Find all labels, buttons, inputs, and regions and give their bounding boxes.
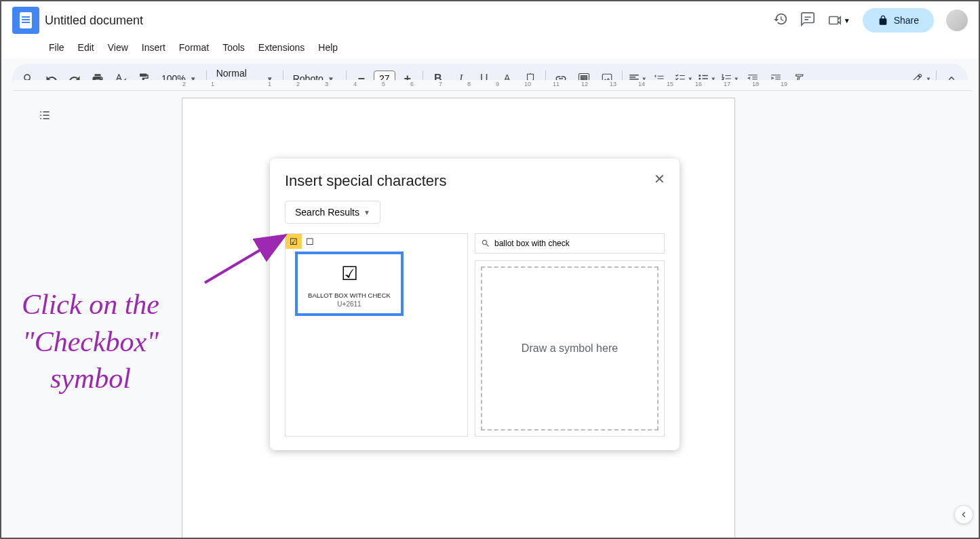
draw-area[interactable]: Draw a symbol here — [481, 266, 659, 431]
menu-extensions[interactable]: Extensions — [253, 39, 310, 56]
menu-view[interactable]: View — [102, 39, 134, 56]
share-button[interactable]: Share — [863, 8, 934, 33]
vertical-ruler — [1, 91, 14, 538]
category-dropdown[interactable]: Search Results▼ — [285, 201, 380, 224]
meet-icon[interactable]: ▼ — [827, 13, 850, 28]
header-title-icons — [150, 14, 174, 26]
dialog-title: Insert special characters — [285, 172, 665, 190]
draw-panel: Draw a symbol here — [475, 260, 665, 437]
search-input[interactable] — [494, 239, 659, 248]
special-characters-dialog: Insert special characters ✕ Search Resul… — [270, 159, 680, 450]
menu-insert[interactable]: Insert — [136, 39, 171, 56]
expand-side-panel-button[interactable] — [954, 505, 973, 524]
menubar: File Edit View Insert Format Tools Exten… — [1, 39, 979, 58]
annotation-text: Click on the "Checkbox" symbol — [22, 286, 159, 397]
char-result-ballot-check[interactable]: ☑ — [286, 234, 302, 249]
tooltip-code: U+2611 — [303, 300, 395, 308]
history-icon[interactable] — [773, 12, 788, 29]
avatar[interactable] — [946, 9, 968, 31]
header-right: ▼ Share — [773, 8, 968, 33]
char-result-ballot-box[interactable]: ☐ — [302, 234, 318, 249]
document-title[interactable]: Untitled document — [45, 14, 143, 28]
horizontal-ruler: 2112345678910111213141516171819 — [14, 80, 972, 91]
comments-icon[interactable] — [800, 12, 815, 29]
tooltip-name: BALLOT BOX WITH CHECK — [303, 292, 395, 299]
char-tooltip: ☑ BALLOT BOX WITH CHECK U+2611 — [295, 252, 404, 316]
results-panel: ☑ ☐ ☑ BALLOT BOX WITH CHECK U+2611 — [285, 233, 468, 437]
header: Untitled document ▼ Share — [1, 1, 979, 39]
docs-icon[interactable] — [12, 7, 39, 34]
menu-tools[interactable]: Tools — [217, 39, 250, 56]
menu-file[interactable]: File — [43, 39, 70, 56]
tooltip-char: ☑ — [303, 262, 395, 285]
svg-point-0 — [699, 75, 701, 77]
menu-edit[interactable]: Edit — [73, 39, 100, 56]
menu-format[interactable]: Format — [174, 39, 214, 56]
outline-button[interactable] — [33, 103, 57, 127]
close-icon[interactable]: ✕ — [651, 171, 667, 187]
search-box[interactable] — [475, 233, 665, 254]
menu-help[interactable]: Help — [313, 39, 343, 56]
